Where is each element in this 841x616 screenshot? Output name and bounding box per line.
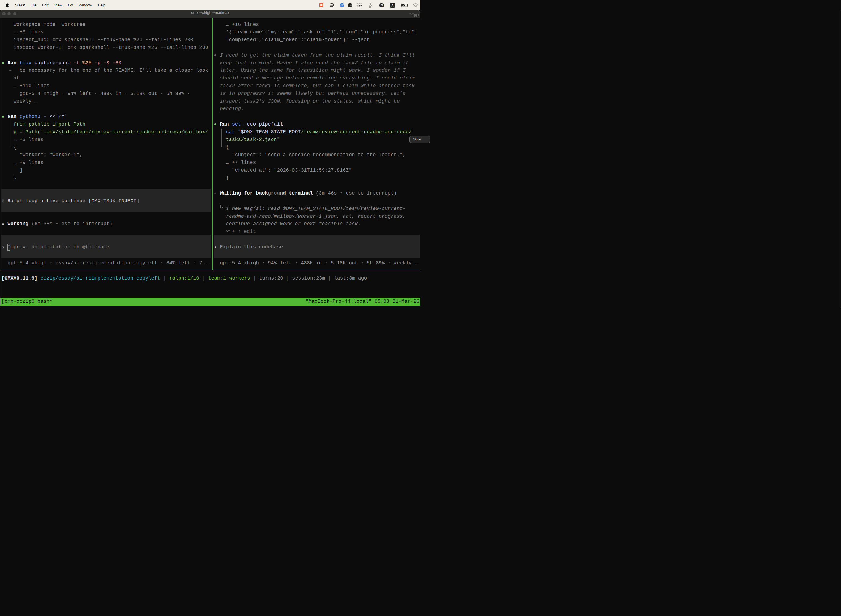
svg-text:1: 1 (418, 13, 419, 16)
svg-text:..61: ..61 (380, 4, 383, 6)
svg-text:A: A (391, 4, 393, 7)
